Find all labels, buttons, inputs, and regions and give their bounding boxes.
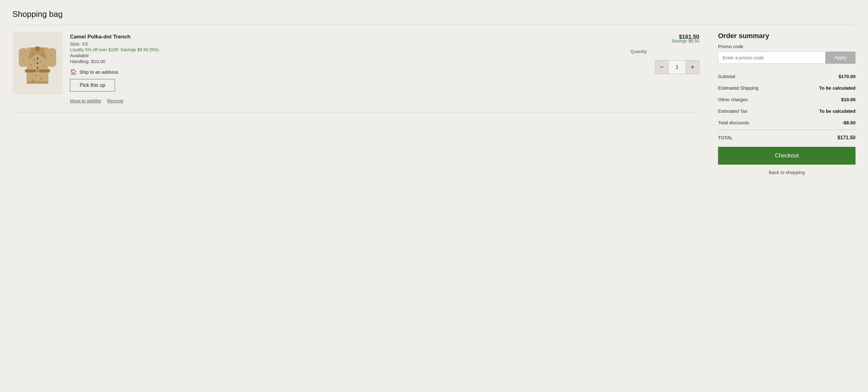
- quantity-control: − 1 +: [655, 60, 699, 74]
- item-actions: Move to wishlist Remove: [70, 98, 625, 103]
- ship-label: Ship to an address: [80, 69, 118, 75]
- shipping-label: Estimated Shipping: [718, 85, 758, 91]
- svg-point-13: [41, 55, 43, 56]
- main-layout: Camel Polka-dot Trench Size: XS Loyalty …: [12, 32, 856, 175]
- item-savings: Savings $8.50: [672, 38, 699, 43]
- svg-point-20: [32, 80, 34, 81]
- increase-quantity-button[interactable]: +: [685, 60, 699, 74]
- summary-title: Order summary: [718, 32, 856, 40]
- svg-point-17: [43, 66, 45, 67]
- item-name: Camel Polka-dot Trench: [70, 34, 625, 40]
- summary-rows: Subtotal $170.00 Estimated Shipping To b…: [718, 71, 856, 147]
- promo-code-input[interactable]: [718, 52, 826, 64]
- summary-total-row: TOTAL $171.50: [718, 131, 856, 147]
- svg-point-9: [36, 67, 38, 69]
- item-handling: Handling: $10.00: [70, 59, 625, 64]
- promo-row: Apply: [718, 52, 856, 64]
- svg-point-16: [31, 64, 32, 66]
- svg-point-23: [51, 55, 52, 56]
- other-charges-value: $10.00: [841, 97, 856, 102]
- discounts-value: -$8.50: [842, 120, 856, 125]
- tax-label: Estimated Tax: [718, 108, 747, 114]
- svg-point-19: [40, 78, 41, 80]
- svg-rect-10: [19, 48, 28, 67]
- summary-row-subtotal: Subtotal $170.00: [718, 71, 856, 82]
- item-content-row: Camel Polka-dot Trench Size: XS Loyalty …: [70, 32, 699, 103]
- svg-point-21: [21, 53, 23, 54]
- cart-item: Camel Polka-dot Trench Size: XS Loyalty …: [12, 32, 699, 111]
- apply-promo-button[interactable]: Apply: [826, 52, 856, 64]
- pick-up-button[interactable]: Pick this up: [70, 79, 115, 92]
- back-to-shopping-link[interactable]: Back to shopping: [718, 170, 856, 175]
- svg-point-8: [36, 62, 38, 64]
- discounts-label: Total discounts: [718, 120, 749, 125]
- svg-point-22: [23, 59, 24, 61]
- cart-bottom-divider: [12, 112, 699, 112]
- title-divider: [12, 25, 856, 25]
- quantity-value: 1: [669, 60, 685, 74]
- svg-point-14: [34, 59, 35, 61]
- tax-value: To be calculated: [819, 108, 856, 114]
- cart-section: Camel Polka-dot Trench Size: XS Loyalty …: [12, 32, 699, 112]
- svg-point-12: [32, 53, 34, 55]
- svg-rect-25: [27, 81, 49, 84]
- ship-row: 🏠 Ship to an address: [70, 68, 625, 75]
- quantity-label: Quantity: [630, 49, 647, 54]
- total-value: $171.50: [837, 135, 856, 140]
- svg-rect-11: [48, 48, 56, 67]
- product-image-svg: [17, 35, 58, 91]
- svg-point-24: [50, 61, 51, 62]
- svg-rect-6: [37, 70, 38, 71]
- decrease-quantity-button[interactable]: −: [655, 60, 669, 74]
- summary-divider: [718, 130, 856, 130]
- summary-row-tax: Estimated Tax To be calculated: [718, 105, 856, 117]
- svg-point-18: [35, 75, 37, 76]
- summary-row-discounts: Total discounts -$8.50: [718, 117, 856, 128]
- order-summary: Order summary Promo code Apply Subtotal …: [718, 32, 856, 175]
- subtotal-label: Subtotal: [718, 74, 735, 79]
- shipping-value: To be calculated: [819, 85, 856, 91]
- item-size: Size: XS: [70, 41, 625, 46]
- other-charges-label: Other charges: [718, 97, 748, 102]
- page-title: Shopping bag: [12, 9, 856, 19]
- subtotal-value: $170.00: [839, 74, 856, 79]
- svg-point-15: [40, 61, 41, 62]
- ship-icon: 🏠: [70, 68, 77, 75]
- promo-label: Promo code: [718, 44, 856, 49]
- item-availability: Available: [70, 53, 625, 58]
- remove-link[interactable]: Remove: [107, 98, 123, 103]
- svg-point-7: [36, 58, 38, 59]
- item-details: Camel Polka-dot Trench Size: XS Loyalty …: [70, 32, 625, 103]
- item-right: $161.50 Savings $8.50 Quantity − 1 +: [630, 32, 699, 103]
- item-image: [12, 32, 62, 94]
- summary-row-other: Other charges $10.00: [718, 94, 856, 105]
- summary-row-shipping: Estimated Shipping To be calculated: [718, 82, 856, 94]
- move-to-wishlist-link[interactable]: Move to wishlist: [70, 98, 101, 103]
- checkout-button[interactable]: Checkout: [718, 147, 856, 165]
- total-label: TOTAL: [718, 135, 733, 140]
- item-loyalty: Loyalty 5% off over $100: Savings $8.50 …: [70, 47, 625, 52]
